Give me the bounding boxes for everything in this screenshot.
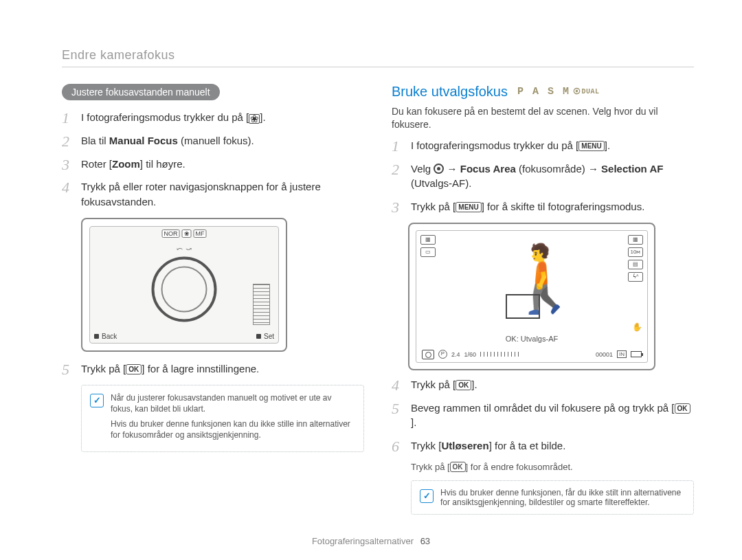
step-1: I fotograferingsmodus trykker du på [MEN… [392,138,694,153]
left-steps-cont: Trykk på [OK] for å lagre innstillingene… [62,361,364,377]
left-column: Justere fokusavstanden manuelt I fotogra… [62,84,364,515]
battery-icon [631,351,642,357]
menu-button-label: MENU [456,202,481,212]
note-line: Når du justerer fokusavstanden manuelt o… [111,392,355,414]
step-text: I fotograferingsmodus trykker du på [ [81,111,249,123]
arc-arrows-icon: ⤺ ⤻ [177,245,191,254]
overlay-icon: ▤ [628,260,643,269]
note-list: Når du justerer fokusavstanden manuelt o… [111,392,355,445]
ok-button-label: OK [675,403,690,414]
sub-note: Trykk på [OK] for å endre fokusområdet. [392,462,694,472]
lcd-set-label: Set [256,333,274,340]
step-text: Trykk [ [411,440,441,451]
arrow: → [588,163,601,175]
overlay-icon: 10ᴍ [628,247,643,257]
step-text: ] for å lagre innstillingene. [142,363,259,374]
footer-section: Fotograferingsalternativer [312,536,414,546]
right-steps-cont: Trykk på [OK]. Beveg rammen til området … [392,377,694,453]
term: Zoom [112,158,140,170]
chip: NOR [162,229,180,238]
step-text: ]. [605,139,610,151]
lcd-right-icons: ▦ 10ᴍ ▤ ϟᴬ [628,235,643,282]
term: Focus Area [460,163,516,175]
step-6: Trykk [Utløseren] for å ta et bilde. [392,438,694,453]
step-5: Trykk på [OK] for å lagre innstillingene… [62,361,364,377]
lcd-back-label: Back [94,333,117,340]
heading-text: Bruke utvalgsfokus [392,84,508,100]
note-box: ✓ Hvis du bruker denne funksjonen, får d… [411,480,694,515]
step-3: Roter [Zoom] til høyre. [62,157,364,172]
lcd-top-chips: NOR ❀ MF [162,229,207,238]
frame-counter: 00001 [596,351,613,358]
step-text: ]. [411,416,416,428]
page-title: Endre kamerafokus [62,48,694,67]
menu-button-label: MENU [578,141,604,151]
mode-p-icon: P [438,350,447,359]
note-icon: ✓ [90,394,104,407]
subsection-pill: Justere fokusavstanden manuelt [62,84,220,100]
step-2: Bla til Manual Focus (manuell fokus). [62,133,364,148]
camera-dial-icon [434,164,444,174]
section-heading: Bruke utvalgsfokus P A S M DUAL [392,84,694,100]
camera-icon [422,350,434,359]
note-icon: ✓ [420,489,434,503]
lcd-inner: NOR ❀ MF ⤺ ⤻ Back Set [89,226,279,344]
focus-dial: ⤺ ⤻ [152,257,217,322]
step-text: I fotograferingsmodus trykker du på [ [411,139,578,151]
right-steps: I fotograferingsmodus trykker du på [MEN… [392,138,694,214]
ok-button-label: OK [450,462,466,472]
overlay-icon: ϟᴬ [628,272,643,282]
step-1: I fotograferingsmodus trykker du på [❀]. [62,110,364,125]
left-steps: I fotograferingsmodus trykker du på [❀].… [62,110,364,210]
step-text: Trykk på [ [411,379,456,390]
right-column: Bruke utvalgsfokus P A S M DUAL Du kan f… [392,84,694,515]
content-columns: Justere fokusavstanden manuelt I fotogra… [62,84,694,515]
lcd-left-icons: ▦ ▭ [420,235,436,257]
step-text: ] til høyre. [140,158,186,170]
note-box: ✓ Når du justerer fokusavstanden manuelt… [81,385,364,453]
step-text: Trykk på [ [411,201,456,212]
lcd-illustration-manual-focus: NOR ❀ MF ⤺ ⤻ Back Set [81,218,287,352]
page-footer: Fotograferingsalternativer 63 [0,536,742,546]
chip: ❀ [182,229,192,238]
modes: P A S M [517,86,570,98]
lcd-illustration-selection-af: ▦ ▭ ▦ 10ᴍ ▤ ϟᴬ 🚶 OK: Utvalgs-AF P 2.4 [408,223,655,370]
intro-text: Du kan fokusere på en bestemt del av sce… [392,105,694,131]
lcd-status-bar: P 2.4 1/60 00001 IN [422,350,642,359]
mode-letters: P A S M DUAL [517,86,600,98]
note-text: Hvis du bruker denne funksjonen, får du … [440,488,685,507]
aperture-value: 2.4 [451,351,460,358]
step-text: (manuell fokus). [178,135,254,146]
lcd-bottom-row: Back Set [94,333,274,340]
overlay-icon: ▦ [420,235,436,245]
step-5: Beveg rammen til området du vil fokusere… [392,401,694,431]
memory-indicator: IN [617,350,627,358]
step-text: ] for å ta et bilde. [489,440,566,451]
step-3: Trykk på [MENU] for å skifte til fotogra… [392,199,694,214]
sub-text: ] for å endre fokusområdet. [466,462,573,472]
af-frame [506,294,540,319]
step-text: ]. [260,111,265,123]
focus-scale [253,284,270,325]
term: Manual Focus [109,135,178,146]
step-text: Beveg rammen til området du vil fokusere… [411,402,675,414]
step-text: Velg [411,163,434,175]
step-4: Trykk på [OK]. [392,377,694,392]
sub-text: Trykk på [ [411,462,450,472]
overlay-icon: ▭ [420,247,436,257]
step-text: Roter [ [81,158,112,170]
dual-mode-icon: DUAL [573,87,600,96]
step-text: Bla til [81,135,109,146]
ok-button-label: OK [456,380,471,390]
lcd-hint: OK: Utvalgs-AF [416,335,647,343]
overlay-icon: ▦ [628,235,643,245]
step-text: Trykk på [ [81,363,126,374]
arrow: → [444,163,460,175]
macro-icon: ❀ [249,114,260,124]
term: Selection AF [601,163,663,175]
note-line: Hvis du bruker denne funksjonen kan du i… [111,418,355,440]
chip: MF [194,229,207,238]
step-text: ] for å skifte til fotograferingsmodus. [482,201,645,212]
page-number: 63 [420,536,430,546]
steady-icon [632,321,642,331]
